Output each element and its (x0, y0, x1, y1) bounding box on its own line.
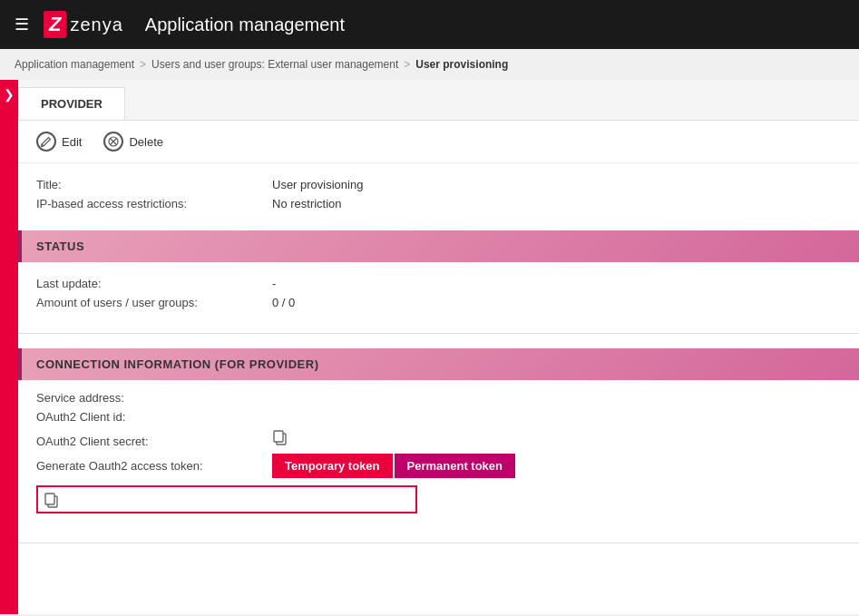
menu-icon[interactable]: ☰ (15, 15, 29, 34)
amount-value: 0 / 0 (272, 296, 295, 309)
oauth2-client-secret-row: OAuth2 Client secret: (36, 429, 841, 448)
last-update-row: Last update: - (36, 277, 841, 290)
connection-header: CONNECTION INFORMATION (FOR PROVIDER) (18, 348, 859, 380)
divider-2 (18, 543, 859, 543)
breadcrumb-app-management[interactable]: Application management (15, 58, 134, 71)
side-toggle-arrow-icon: ❯ (4, 87, 15, 102)
token-input[interactable] (60, 491, 410, 508)
logo: Z zenya (44, 11, 123, 38)
status-header: STATUS (18, 230, 859, 262)
oauth2-client-secret-label: OAuth2 Client secret: (36, 435, 272, 448)
content-area: PROVIDER Edit D (18, 80, 859, 614)
copy-token-icon[interactable] (44, 492, 60, 508)
breadcrumb-sep-1: > (140, 58, 146, 71)
last-update-value: - (272, 277, 276, 290)
edit-label: Edit (62, 135, 82, 149)
oauth2-client-id-label: OAuth2 Client id: (36, 410, 272, 424)
title-value: User provisioning (272, 178, 363, 191)
edit-icon (36, 132, 56, 152)
svg-rect-2 (274, 431, 283, 442)
delete-button[interactable]: Delete (100, 130, 167, 153)
breadcrumb: Application management > Users and user … (0, 49, 859, 80)
amount-label: Amount of users / user groups: (36, 296, 272, 309)
status-section: Last update: - Amount of users / user gr… (18, 262, 859, 329)
title-label: Title: (36, 178, 272, 191)
generate-token-label: Generate Oauth2 access token: (36, 459, 272, 473)
ip-row: IP-based access restrictions: No restric… (36, 197, 841, 210)
connection-section: Service address: OAuth2 Client id: OAuth… (18, 380, 859, 524)
oauth2-client-id-row: OAuth2 Client id: (36, 410, 841, 424)
delete-icon (103, 132, 123, 152)
info-section: Title: User provisioning IP-based access… (18, 163, 859, 230)
app-header: ☰ Z zenya Application management (0, 0, 859, 49)
breadcrumb-users-groups[interactable]: Users and user groups: External user man… (151, 58, 398, 71)
title-row: Title: User provisioning (36, 178, 841, 191)
logo-name: zenya (70, 15, 122, 35)
permanent-token-button[interactable]: Permanent token (395, 454, 515, 478)
temporary-token-button[interactable]: Temporary token (272, 454, 393, 478)
token-input-row (36, 485, 417, 513)
toolbar: Edit Delete (18, 121, 859, 163)
ip-value: No restriction (272, 197, 342, 210)
svg-rect-4 (45, 494, 54, 504)
last-update-label: Last update: (36, 277, 272, 290)
edit-button[interactable]: Edit (33, 130, 85, 153)
side-toggle[interactable]: ❯ (0, 80, 18, 614)
main-wrapper: ❯ PROVIDER Edit (0, 80, 859, 614)
app-title: Application management (145, 15, 345, 35)
copy-secret-icon[interactable] (272, 429, 288, 445)
tab-provider[interactable]: PROVIDER (18, 87, 125, 120)
breadcrumb-sep-2: > (404, 58, 410, 71)
breadcrumb-current: User provisioning (415, 58, 508, 71)
service-address-row: Service address: (36, 391, 841, 405)
generate-token-row: Generate Oauth2 access token: Temporary … (36, 454, 841, 478)
amount-row: Amount of users / user groups: 0 / 0 (36, 296, 841, 309)
divider-1 (18, 333, 859, 334)
delete-label: Delete (129, 135, 163, 149)
service-address-label: Service address: (36, 391, 272, 405)
token-buttons: Temporary token Permanent token (272, 454, 515, 478)
tab-bar: PROVIDER (18, 80, 859, 121)
ip-label: IP-based access restrictions: (36, 197, 272, 210)
logo-z: Z (44, 11, 66, 38)
